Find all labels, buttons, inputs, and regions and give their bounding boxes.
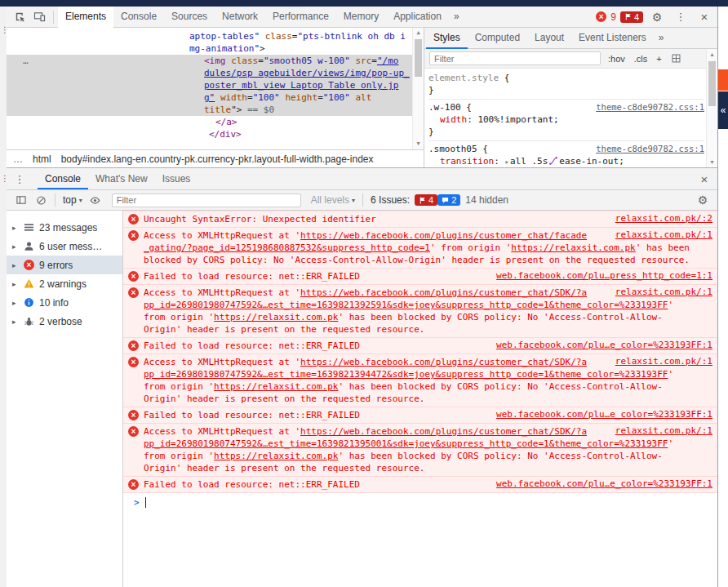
console-error-message[interactable]: ×Access to XMLHttpRequest at 'https://we…	[123, 423, 717, 476]
element-class-toggle[interactable]: .cls	[633, 54, 650, 64]
console-error-message[interactable]: ×Access to XMLHttpRequest at 'https://we…	[123, 227, 717, 268]
resource-url-link[interactable]: g"	[204, 92, 215, 103]
more-options-icon[interactable]: ⋮	[671, 7, 690, 27]
dom-tree-line[interactable]: mg-animation">	[7, 42, 424, 55]
dom-tree-line[interactable]: </a>	[7, 116, 424, 128]
styles-tab-styles[interactable]: Styles	[426, 28, 468, 49]
clear-console-icon[interactable]	[31, 190, 51, 210]
drawer-tab-what-s-new[interactable]: What's New	[88, 168, 155, 189]
drawer-tab-console[interactable]: Console	[38, 168, 88, 189]
message-url-link[interactable]: pp_id=269801980747592&…est_time=16398213…	[144, 369, 668, 380]
message-url-link[interactable]: https://relaxsit.com.pk	[511, 242, 635, 253]
styles-filter-input[interactable]	[429, 51, 601, 65]
expander-icon[interactable]: ▸	[12, 242, 19, 251]
console-filter-2-verbose[interactable]: ▸2 verbose	[7, 312, 122, 331]
new-style-rule-button[interactable]: +	[655, 54, 663, 64]
stylesheet-link[interactable]: theme-c8de90782.css:1	[596, 101, 704, 113]
pseudo-state-toggle[interactable]: :hov	[606, 54, 627, 64]
tab-performance[interactable]: Performance	[265, 7, 336, 28]
message-source-link[interactable]: relaxsit.com.pk/:1	[615, 229, 712, 240]
scrollbar-thumb[interactable]	[415, 39, 422, 77]
tab-memory[interactable]: Memory	[336, 7, 386, 28]
scroll-down-icon[interactable]: ▼	[707, 157, 717, 167]
dom-tree-line[interactable]: poster_mbl_view Laptop Table only.jp	[7, 79, 424, 91]
tab-elements[interactable]: Elements	[58, 7, 113, 28]
message-source-link[interactable]: web.facebook.com/plu…e_color=%233193FF:1	[496, 409, 712, 420]
message-source-link[interactable]: relaxsit.com.pk/:1	[615, 356, 712, 367]
console-error-message[interactable]: ×Failed to load resource: net::ERR_FAILE…	[123, 407, 717, 423]
message-url-link[interactable]: https://web.facebook.com/plugins/custome…	[300, 357, 587, 367]
expander-icon[interactable]: ▸	[12, 318, 19, 326]
console-filter-23-messages[interactable]: ▸23 messages	[7, 218, 122, 237]
console-filter-10-info[interactable]: ▸10 info	[7, 293, 122, 312]
settings-gear-icon[interactable]: ⚙	[647, 7, 667, 27]
grid-overlay-icon[interactable]	[669, 51, 684, 66]
stylesheet-link[interactable]: theme-c8de90782.css:1	[596, 143, 704, 155]
tab-sources[interactable]: Sources	[164, 7, 215, 28]
console-messages-pane[interactable]: ×Uncaught SyntaxError: Unexpected identi…	[123, 211, 717, 587]
styles-tab-layout[interactable]: Layout	[527, 28, 571, 49]
cubic-bezier-icon[interactable]	[549, 156, 557, 167]
breadcrumb-overflow[interactable]: …	[13, 153, 23, 165]
close-devtools-icon[interactable]: ×	[695, 7, 714, 27]
console-filter-input[interactable]	[112, 193, 301, 207]
console-filter-2-warnings[interactable]: ▸2 warnings	[7, 274, 122, 293]
scroll-down-icon[interactable]: ▼	[413, 139, 424, 149]
dom-tree[interactable]: aptop-tables" class="pts-btnlink oh db i…	[7, 28, 424, 149]
breadcrumb-item[interactable]: html	[33, 153, 51, 165]
message-source-link[interactable]: web.facebook.com/plu…press_http_code=1:1	[496, 270, 712, 281]
breadcrumb-item[interactable]: body#index.lang-en.country-pk.currency-p…	[61, 153, 374, 165]
console-prompt[interactable]: >	[123, 493, 717, 508]
rule-selector[interactable]: .smooth05	[428, 143, 477, 155]
styles-tab-computed[interactable]: Computed	[468, 28, 527, 49]
resource-url-link[interactable]: poster_mbl_view Laptop Table only.jp	[204, 80, 398, 91]
message-source-link[interactable]: relaxsit.com.pk/:2	[615, 213, 712, 224]
console-error-message[interactable]: ×Access to XMLHttpRequest at 'https://we…	[123, 284, 717, 337]
message-source-link[interactable]: web.facebook.com/plu…e_color=%233193FF:1	[496, 478, 712, 489]
drawer-tab-issues[interactable]: Issues	[155, 168, 198, 189]
more-panels-button[interactable]: »	[449, 7, 464, 27]
device-toolbar-icon[interactable]	[29, 7, 49, 27]
console-filter-9-errors[interactable]: ▸×9 errors	[7, 256, 122, 274]
expander-icon[interactable]: ▸	[12, 261, 19, 269]
message-url-link[interactable]: https://web.facebook.com/plugins/custome…	[300, 287, 587, 298]
dom-tree-line[interactable]: aptop-tables" class="pts-btnlink oh db i	[7, 30, 424, 42]
drawer-menu-icon[interactable]: ⋮	[10, 169, 29, 189]
message-url-link[interactable]: pp_id=269801980747592&…est_time=16398213…	[144, 300, 668, 310]
error-count-icon[interactable]: ×	[596, 11, 606, 22]
log-levels-dropdown[interactable]: All levels▾	[308, 194, 358, 206]
inspect-element-icon[interactable]	[10, 7, 29, 27]
live-expression-eye-icon[interactable]	[86, 190, 105, 210]
resource-url-link[interactable]: dules/psp agebuilder/views/img/pop-up_	[204, 68, 410, 78]
console-error-message[interactable]: ×Failed to load resource: net::ERR_FAILE…	[123, 268, 717, 284]
javascript-context-selector[interactable]: top▾	[60, 194, 86, 206]
expander-icon[interactable]: ▸	[12, 299, 19, 307]
close-drawer-icon[interactable]: ×	[695, 169, 714, 189]
resource-url-link[interactable]: "/mo	[377, 56, 399, 66]
tab-application[interactable]: Application	[386, 7, 449, 28]
console-error-message[interactable]: ×Failed to load resource: net::ERR_FAILE…	[123, 337, 717, 354]
issues-error-chip[interactable]: 4	[415, 194, 437, 206]
css-property[interactable]: transition: ▸all .5sease-in-out;	[428, 155, 704, 167]
issues-badge[interactable]: 4	[620, 11, 643, 23]
message-source-link[interactable]: web.facebook.com/plu…e_color=%233193FF:1	[496, 340, 712, 350]
styles-tab-event-listeners[interactable]: Event Listeners	[571, 28, 654, 49]
expander-icon[interactable]: ▸	[12, 280, 19, 288]
issues-count-label[interactable]: 6 Issues:	[371, 194, 410, 206]
console-error-message[interactable]: ×Access to XMLHttpRequest at 'https://we…	[123, 354, 717, 407]
styles-rule-list[interactable]: element.style {}.w-100 {theme-c8de90782.…	[424, 69, 717, 167]
console-sidebar-toggle-icon[interactable]	[11, 190, 31, 210]
message-url-link[interactable]: https://relaxsit.com.pk	[214, 451, 338, 461]
dom-tree-line[interactable]: …<img class="smooth05 w-100" src="/mo	[7, 55, 424, 67]
css-property[interactable]: width: 100%!important;	[428, 113, 704, 126]
dom-tree-line[interactable]: title"> == $0	[7, 104, 424, 116]
message-url-link[interactable]: https://web.facebook.com/plugins/custome…	[300, 230, 587, 241]
styles-scrollbar[interactable]: ▲ ▼	[706, 49, 717, 167]
message-source-link[interactable]: relaxsit.com.pk/:1	[615, 287, 712, 297]
scroll-up-icon[interactable]: ▲	[413, 28, 424, 38]
error-count[interactable]: 9	[610, 11, 616, 23]
dom-tree-line[interactable]: </div>	[7, 128, 424, 140]
console-error-message[interactable]: ×Uncaught SyntaxError: Unexpected identi…	[123, 211, 717, 227]
dom-tree-line[interactable]: dules/psp agebuilder/views/img/pop-up_	[7, 67, 424, 79]
expander-icon[interactable]: ▸	[12, 224, 19, 232]
